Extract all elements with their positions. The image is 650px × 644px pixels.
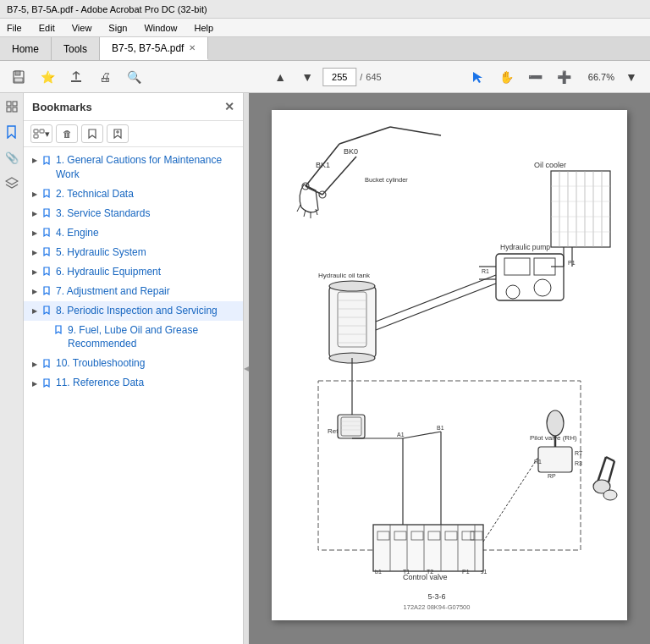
hydraulic-oil-tank: [329, 281, 376, 363]
cursor-tool-button[interactable]: [465, 66, 489, 88]
bookmark-item-10[interactable]: ▶ 10. Troubleshooting: [24, 354, 243, 373]
svg-line-87: [598, 457, 606, 482]
bookmark-item-11[interactable]: ▶ 11. Reference Data: [24, 373, 243, 393]
svg-point-82: [547, 410, 564, 436]
hydraulic-pump-label: Hydraulic pump: [500, 243, 550, 251]
hydraulic-oil-tank-label: Hydraulic oil tank: [318, 272, 371, 279]
page-number: 5-3-6: [427, 592, 445, 601]
svg-rect-25: [551, 171, 610, 247]
svg-text:B1: B1: [437, 425, 444, 431]
attachments-button[interactable]: 📎: [2, 147, 22, 168]
page-code: 172A22 08K94-G07500: [404, 603, 471, 611]
bookmark-label-1: 1. General Cautions for Maintenance Work: [56, 153, 236, 182]
prev-page-button[interactable]: ▲: [268, 66, 292, 88]
bookmark-options-button[interactable]: ▾: [30, 124, 52, 143]
bookmark-label-3: 3. Service Standards: [56, 206, 236, 221]
sidebar: Bookmarks ✕ ▾ 🗑 ▶ 1. General C: [24, 93, 244, 644]
bookmark-flag-icon-2: [41, 188, 52, 201]
menu-help[interactable]: Help: [191, 21, 218, 35]
menu-edit[interactable]: Edit: [36, 21, 58, 35]
toolbar-center: ▲ ▼ 255 / 645: [268, 66, 381, 88]
tab-document[interactable]: B7-5, B7-5A.pdf ✕: [100, 37, 208, 60]
bookmarks-panel-button[interactable]: [2, 122, 22, 142]
tab-home-label: Home: [12, 43, 39, 55]
toolbar: ⭐ 🖨 🔍 ▲ ▼ 255 / 645 ✋ ➖ ➕ 66.7% ▼: [0, 61, 650, 93]
bookmark-item-1[interactable]: ▶ 1. General Cautions for Maintenance Wo…: [24, 151, 243, 184]
sidebar-close-button[interactable]: ✕: [224, 100, 234, 113]
bookmark-flag-icon-3: [41, 207, 52, 221]
bookmark-item-2[interactable]: ▶ 2. Technical Data: [24, 184, 243, 204]
bookmark-item-5[interactable]: ▶ 5. Hydraulic System: [24, 243, 243, 262]
bookmark-item-3[interactable]: ▶ 3. Service Standards: [24, 204, 243, 223]
bookmark-item-8[interactable]: ▶ 8. Periodic Inspection and Servicing: [24, 301, 243, 321]
bookmark-flag-icon-10: [41, 357, 52, 371]
svg-point-39: [506, 285, 520, 299]
valve-pilot-line: [483, 457, 538, 542]
svg-line-13: [306, 144, 339, 186]
bookmark-flag-icon-4: [41, 227, 52, 240]
upload-button[interactable]: [64, 66, 88, 88]
bookmark-item-9[interactable]: 9. Fuel, Lube Oil and Grease Recommended: [24, 321, 243, 355]
svg-line-15: [390, 127, 441, 135]
tab-tools[interactable]: Tools: [52, 37, 100, 60]
expand-arrow-10: ▶: [29, 357, 41, 371]
bookmark-label-8: 8. Periodic Inspection and Servicing: [56, 304, 236, 318]
bookmark-label-6: 6. Hydraulic Equipment: [56, 265, 236, 279]
hand-tool-button[interactable]: ✋: [494, 66, 518, 88]
page-thumbnails-button[interactable]: [2, 96, 22, 117]
bookmark-flag-icon-5: [41, 246, 52, 260]
sidebar-resizer[interactable]: [244, 93, 249, 644]
svg-rect-1: [15, 71, 20, 75]
bookmark-item-6[interactable]: ▶ 6. Hydraulic Equipment: [24, 262, 243, 282]
expand-bookmarks-button[interactable]: [107, 124, 129, 143]
expand-arrow-7: ▶: [29, 285, 41, 299]
menu-file[interactable]: File: [3, 21, 25, 35]
page-number-input[interactable]: 255: [322, 68, 356, 86]
svg-rect-6: [7, 107, 11, 112]
bk0-label: BK0: [344, 147, 358, 156]
new-bookmark-button[interactable]: [81, 124, 103, 143]
bookmark-add-button[interactable]: ⭐: [36, 66, 59, 88]
tab-close-icon[interactable]: ✕: [189, 43, 196, 52]
svg-text:RT: RT: [575, 450, 583, 456]
svg-rect-5: [13, 102, 17, 106]
svg-rect-7: [13, 107, 17, 112]
menu-window[interactable]: Window: [140, 21, 180, 35]
tab-home[interactable]: Home: [0, 37, 52, 60]
save-button[interactable]: [7, 66, 30, 88]
svg-line-94: [403, 432, 441, 438]
tab-bar: Home Tools B7-5, B7-5A.pdf ✕: [0, 37, 650, 61]
menu-sign[interactable]: Sign: [105, 21, 130, 35]
svg-text:P1: P1: [462, 569, 470, 575]
search-button[interactable]: 🔍: [122, 66, 146, 88]
expand-arrow-6: ▶: [29, 266, 41, 279]
delete-bookmark-button[interactable]: 🗑: [56, 124, 78, 143]
return-filter: [338, 415, 365, 438]
next-page-button[interactable]: ▼: [295, 66, 319, 88]
bookmarks-title: Bookmarks: [32, 101, 92, 113]
zoom-in-button[interactable]: ➕: [552, 66, 576, 88]
page-total: 645: [366, 72, 381, 82]
zoom-out-button[interactable]: ➖: [523, 66, 547, 88]
svg-rect-10: [34, 135, 38, 138]
sidebar-toolbar: ▾ 🗑: [24, 121, 243, 147]
bookmark-label-11: 11. Reference Data: [56, 376, 236, 390]
layers-button[interactable]: [2, 173, 22, 193]
bookmark-label-5: 5. Hydraulic System: [56, 245, 236, 260]
title-bar: B7-5, B7-5A.pdf - Adobe Acrobat Pro DC (…: [0, 0, 650, 19]
zoom-dropdown-button[interactable]: ▼: [620, 66, 643, 88]
bookmark-list: ▶ 1. General Cautions for Maintenance Wo…: [24, 147, 243, 644]
hydraulic-pump: R1 P1: [479, 254, 576, 300]
bookmark-label-4: 4. Engine: [56, 226, 236, 240]
content-area[interactable]: BK1 BK0 Bucket cylinder: [249, 93, 650, 644]
pilot-valve-rh: R1 RT R3 RP: [534, 410, 583, 479]
bookmark-label-10: 10. Troubleshooting: [56, 356, 236, 371]
svg-rect-3: [71, 80, 81, 82]
bookmark-item-7[interactable]: ▶ 7. Adjustment and Repair: [24, 282, 243, 301]
menu-view[interactable]: View: [69, 21, 96, 35]
bookmark-item-4[interactable]: ▶ 4. Engine: [24, 223, 243, 243]
print-button[interactable]: 🖨: [93, 66, 117, 88]
expand-arrow-4: ▶: [29, 227, 41, 240]
pilot-valve-rh-handle: [593, 457, 617, 500]
svg-line-21: [316, 209, 317, 215]
